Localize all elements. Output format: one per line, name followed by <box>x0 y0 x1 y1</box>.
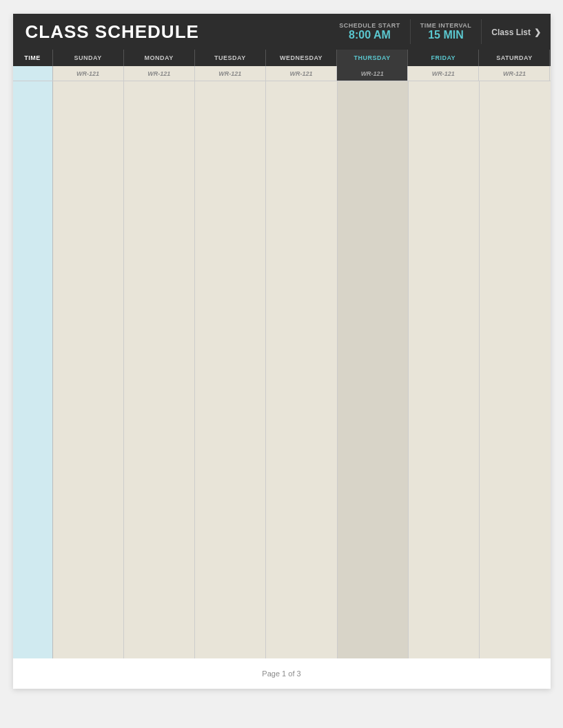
schedule-start-label: SCHEDULE START <box>339 22 400 29</box>
friday-header[interactable]: FRIDAY <box>408 50 479 66</box>
time-interval-label: TIME INTERVAL <box>420 22 472 29</box>
header: CLASS SCHEDULE SCHEDULE START 8:00 AM TI… <box>13 14 551 50</box>
column-headers: TIME SUNDAY MONDAY TUESDAY WEDNESDAY THU… <box>13 50 551 66</box>
room-monday: WR-121 <box>124 66 195 81</box>
time-column-header: TIME <box>13 50 53 66</box>
monday-column <box>124 81 195 658</box>
class-list-button[interactable]: Class List ❯ <box>482 23 550 41</box>
room-wednesday: WR-121 <box>266 66 337 81</box>
room-time-cell <box>13 66 53 81</box>
days-grid <box>53 81 551 658</box>
sunday-column <box>53 81 124 658</box>
room-saturday: WR-121 <box>479 66 550 81</box>
chevron-right-icon: ❯ <box>534 28 541 37</box>
thursday-column <box>338 81 409 658</box>
page-info: Page 1 of 3 <box>262 669 300 678</box>
schedule-body <box>13 81 551 658</box>
schedule-start-section[interactable]: SCHEDULE START 8:00 AM <box>329 19 410 44</box>
time-column <box>13 81 53 658</box>
footer: Page 1 of 3 <box>13 658 551 689</box>
friday-column <box>409 81 480 658</box>
page-container: CLASS SCHEDULE SCHEDULE START 8:00 AM TI… <box>13 14 551 689</box>
saturday-header[interactable]: SATURDAY <box>479 50 550 66</box>
monday-header[interactable]: MONDAY <box>124 50 195 66</box>
room-sunday: WR-121 <box>53 66 124 81</box>
sunday-header[interactable]: SUNDAY <box>53 50 124 66</box>
tuesday-column <box>195 81 266 658</box>
tuesday-header[interactable]: TUESDAY <box>195 50 266 66</box>
room-friday: WR-121 <box>408 66 479 81</box>
app-title: CLASS SCHEDULE <box>25 21 199 42</box>
time-interval-section[interactable]: TIME INTERVAL 15 MIN <box>411 19 482 44</box>
room-tuesday: WR-121 <box>195 66 266 81</box>
schedule-start-value: 8:00 AM <box>339 29 400 41</box>
time-interval-value: 15 MIN <box>420 29 472 41</box>
header-title: CLASS SCHEDULE <box>13 21 212 43</box>
room-thursday: WR-121 <box>337 66 408 81</box>
thursday-header[interactable]: THURSDAY <box>337 50 408 66</box>
wednesday-header[interactable]: WEDNESDAY <box>266 50 337 66</box>
room-labels-row: WR-121 WR-121 WR-121 WR-121 WR-121 WR-12… <box>13 66 551 81</box>
saturday-column <box>480 81 550 658</box>
wednesday-column <box>266 81 337 658</box>
class-list-label: Class List <box>491 28 531 37</box>
